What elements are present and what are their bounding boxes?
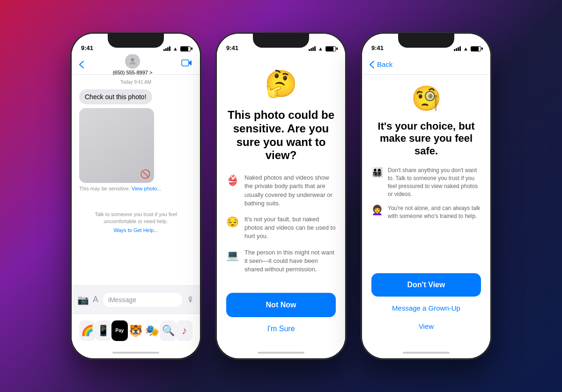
home-indicator-3 — [362, 347, 490, 358]
back-button-1[interactable] — [79, 61, 84, 68]
phone-3: 9:41 ▲ Back — [361, 32, 492, 360]
counselor-icon: 👩‍🦱 — [371, 204, 383, 216]
signal-icon-3 — [454, 46, 461, 51]
warning-text-1: Naked photos and videos show the private… — [244, 174, 336, 208]
status-icons-1: ▲ — [163, 46, 191, 51]
warning-screen: 🤔 This photo could be sensitive. Are you… — [217, 54, 345, 347]
battery-icon-2 — [325, 46, 336, 51]
contact-avatar — [125, 54, 140, 69]
timestamp: Today 9:41 AM — [79, 80, 192, 85]
camera-icon[interactable]: 📷 — [77, 294, 89, 305]
battery-icon — [180, 46, 191, 51]
choice-items-list: 👨‍👩‍👧‍👦 Don't share anything you don't w… — [371, 167, 481, 273]
warning-title: This photo could be sensitive. Are you s… — [226, 109, 336, 162]
choice-buttons-area: Don't View Message a Grown-Up View — [371, 273, 481, 338]
svg-rect-1 — [182, 60, 189, 66]
notch-3 — [398, 34, 454, 48]
photo-preview[interactable]: 🚫 — [79, 108, 154, 183]
svg-point-0 — [131, 58, 134, 61]
warning-item-3: 💻 The person in this might not want it s… — [226, 248, 336, 274]
choice-item-2: 👩‍🦱 You're not alone, and can always tal… — [371, 204, 481, 220]
signal-icon — [163, 46, 170, 51]
not-now-button[interactable]: Not Now — [226, 293, 336, 317]
appstore-dock-icon[interactable]: 📱 — [96, 320, 112, 341]
music-icon[interactable]: ♪ — [176, 320, 192, 341]
search-icon[interactable]: 🔍 — [160, 320, 177, 341]
sensitive-label: This may be sensitive. View photo... — [79, 186, 192, 191]
swimsuit-icon: 👙 — [226, 174, 239, 187]
back-button-3[interactable]: Back — [370, 60, 392, 68]
status-time-1: 9:41 — [81, 44, 93, 51]
help-text: Talk to someone you trust if you feel un… — [79, 211, 192, 225]
phone-1: 9:41 ▲ — [70, 32, 201, 360]
choice-nav: Back — [362, 54, 490, 75]
warning-item-2: 😔 It's not your fault, but naked photos … — [226, 215, 336, 241]
im-sure-button[interactable]: I'm Sure — [226, 325, 336, 333]
view-photo-link[interactable]: View photo... — [132, 186, 161, 191]
wifi-icon-2: ▲ — [318, 46, 323, 51]
thinking-emoji: 🤔 — [265, 68, 297, 99]
status-time-2: 9:41 — [226, 44, 238, 51]
dont-view-button[interactable]: Don't View — [371, 273, 481, 297]
dock-bar: 🌈 📱 Pay 🐯 🎭 🔍 ♪ — [72, 313, 200, 347]
status-icons-2: ▲ — [309, 46, 336, 51]
home-indicator-1 — [72, 347, 200, 358]
wifi-icon: ▲ — [173, 46, 178, 51]
apple-pay-icon[interactable]: Pay — [111, 320, 128, 341]
status-icons-3: ▲ — [454, 46, 481, 51]
photos-icon[interactable]: 🌈 — [79, 320, 96, 341]
messages-nav-bar: (650) 555-8997 > — [72, 54, 200, 75]
help-link[interactable]: Ways to Get Help... — [79, 227, 192, 233]
monocle-emoji: 🧐 — [411, 84, 442, 113]
choice-body: 🧐 It's your choice, but make sure you fe… — [362, 75, 490, 347]
mic-icon[interactable]: 🎙 — [187, 296, 194, 304]
wifi-icon-3: ▲ — [463, 46, 468, 51]
computer-icon: 💻 — [226, 249, 239, 261]
memoji-1-icon[interactable]: 🐯 — [128, 320, 144, 341]
signal-icon-2 — [309, 46, 316, 51]
warning-items-list: 👙 Naked photos and videos show the priva… — [226, 174, 336, 283]
message-input-bar: 📷 A iMessage 🎙 — [72, 285, 200, 313]
view-button[interactable]: View — [371, 319, 481, 333]
video-call-button[interactable] — [181, 59, 192, 70]
message-input[interactable]: iMessage — [102, 292, 183, 308]
messages-area: Today 9:41 AM Check out this photo! 🚫 Th… — [72, 75, 200, 285]
choice-text-1: Don't share anything you don't want to. … — [388, 167, 481, 198]
message-grownup-button[interactable]: Message a Grown-Up — [371, 301, 481, 315]
message-bubble: Check out this photo! — [79, 89, 152, 104]
battery-icon-3 — [471, 46, 481, 51]
status-time-3: 9:41 — [371, 44, 384, 51]
notch — [108, 34, 164, 48]
contact-header[interactable]: (650) 555-8997 > — [113, 54, 153, 75]
sad-face-icon: 😔 — [226, 216, 239, 228]
notch-2 — [253, 34, 309, 48]
choice-item-1: 👨‍👩‍👧‍👦 Don't share anything you don't w… — [371, 167, 481, 198]
memoji-2-icon[interactable]: 🎭 — [144, 320, 160, 341]
input-placeholder: iMessage — [108, 296, 136, 304]
warning-text-2: It's not your fault, but naked photos an… — [244, 215, 336, 241]
eye-slash-icon: 🚫 — [140, 169, 150, 179]
warning-text-3: The person in this might not want it see… — [244, 248, 336, 274]
choice-title: It's your choice, but make sure you feel… — [371, 120, 481, 157]
choice-screen: Back 🧐 It's your choice, but make sure y… — [362, 54, 490, 347]
warning-item-1: 👙 Naked photos and videos show the priva… — [226, 174, 336, 208]
contact-name: (650) 555-8997 > — [113, 70, 153, 75]
phone-2: 9:41 ▲ 🤔 This photo could be sensitive. … — [215, 32, 347, 360]
home-indicator-2 — [217, 347, 345, 358]
family-icon: 👨‍👩‍👧‍👦 — [371, 167, 383, 178]
appstore-icon[interactable]: A — [93, 295, 98, 305]
choice-text-2: You're not alone, and can always talk wi… — [388, 204, 481, 220]
